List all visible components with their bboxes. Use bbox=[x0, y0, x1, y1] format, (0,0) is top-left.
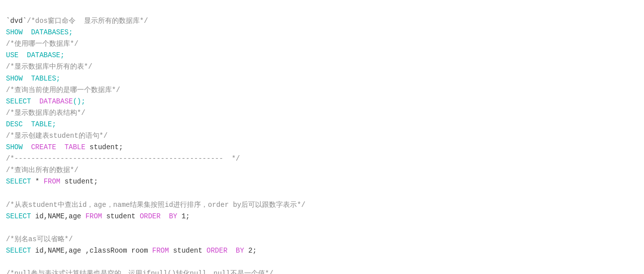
comment-alias: /*别名as可以省略*/ bbox=[6, 235, 73, 243]
blank-3 bbox=[6, 258, 10, 266]
comment-select-all: /*查询出所有的数据*/ bbox=[6, 166, 79, 174]
line-order-by-1: SELECT id,NAME,age FROM student ORDER BY… bbox=[6, 212, 190, 220]
blank-2 bbox=[6, 224, 10, 232]
line-desc: DESC TABLE; bbox=[6, 120, 56, 128]
comment-use: /*使用哪一个数据库*/ bbox=[6, 40, 79, 48]
line-select-db: SELECT DATABASE(); bbox=[6, 97, 86, 105]
line-dvd: `dvd`/*dos窗口命令 显示所有的数据库*/ bbox=[6, 17, 148, 25]
line-select-all: SELECT * FROM student; bbox=[6, 178, 98, 185]
comment-show-create: /*显示创建表student的语句*/ bbox=[6, 132, 107, 140]
line-show-db: SHOW DATABASES; bbox=[6, 28, 73, 36]
line-show-tables: SHOW TABLES; bbox=[6, 75, 60, 83]
comment-order-by: /*从表student中查出id，age，name结果集按照id进行排序，ord… bbox=[6, 201, 305, 209]
blank-1 bbox=[6, 189, 10, 197]
line-show-create: SHOW CREATE TABLE student; bbox=[6, 143, 123, 151]
comment-divider: /*--------------------------------------… bbox=[6, 155, 240, 163]
comment-desc: /*显示数据库的表结构*/ bbox=[6, 109, 86, 117]
line-alias: SELECT id,NAME,age ,classRoom room FROM … bbox=[6, 247, 257, 255]
comment-select-db: /*查询当前使用的是哪一个数据库*/ bbox=[6, 86, 120, 94]
code-editor: `dvd`/*dos窗口命令 显示所有的数据库*/ SHOW DATABASES… bbox=[6, 4, 638, 274]
comment-show-tables: /*显示数据库中所有的表*/ bbox=[6, 63, 92, 71]
comment-ifnull: /*null参与表达式计算结果也是空的，运用ifnull()转化null，nul… bbox=[6, 270, 274, 274]
line-use: USE DATABASE; bbox=[6, 51, 65, 59]
